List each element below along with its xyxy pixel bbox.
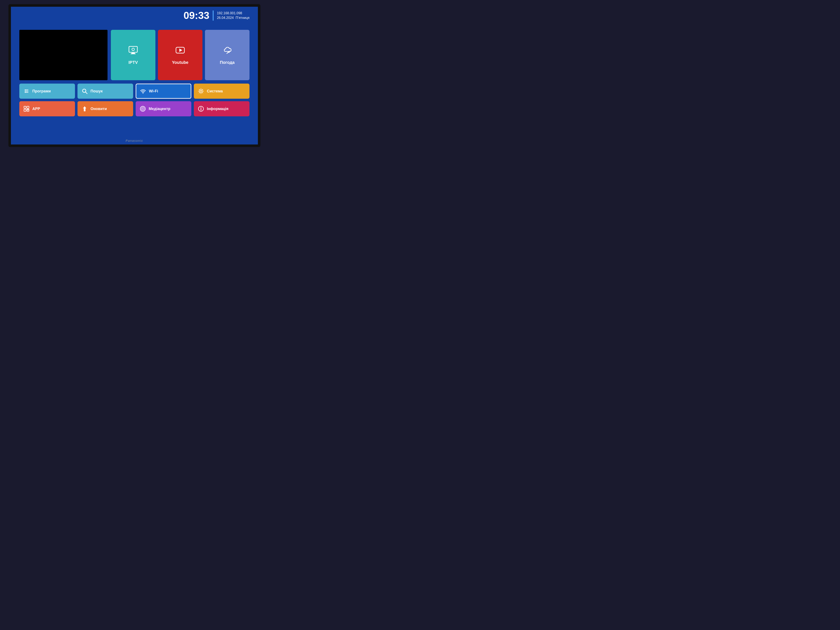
main-content: IPTV Youtube <box>19 30 249 80</box>
svg-rect-23 <box>84 108 85 111</box>
search-icon <box>81 88 88 95</box>
programs-label: Програми <box>32 89 51 93</box>
date-block: 192.168.001.098 26.04.2024 П'ятниця <box>213 11 249 21</box>
tile-search[interactable]: Пошук <box>77 84 133 99</box>
svg-point-15 <box>142 93 144 94</box>
clock: 09:33 <box>183 11 213 21</box>
tile-mediacenter[interactable]: Медіацентр <box>136 101 191 116</box>
tile-weather[interactable]: Погода <box>205 30 249 80</box>
wifi-icon <box>140 88 146 95</box>
svg-rect-0 <box>129 46 137 52</box>
svg-rect-1 <box>131 53 135 54</box>
ip-address: 192.168.001.098 <box>217 11 249 15</box>
svg-marker-24 <box>83 106 86 108</box>
svg-point-3 <box>132 48 134 51</box>
info-icon <box>197 106 204 112</box>
search-label: Пошук <box>90 89 103 93</box>
svg-point-27 <box>142 108 144 109</box>
video-preview <box>19 30 107 80</box>
tile-system[interactable]: Система <box>194 84 249 99</box>
screen: 09:33 192.168.001.098 26.04.2024 П'ятниц… <box>11 7 258 144</box>
svg-marker-5 <box>179 49 182 52</box>
iptv-icon <box>128 45 138 58</box>
brand-label: Panasonic <box>126 139 143 142</box>
svg-point-6 <box>229 52 230 53</box>
mediacenter-icon <box>139 106 146 112</box>
programs-icon <box>23 88 30 95</box>
date-info: 26.04.2024 П'ятниця <box>217 16 249 20</box>
svg-point-16 <box>200 90 202 92</box>
svg-point-12 <box>25 92 26 93</box>
wifi-label: Wi-Fi <box>149 89 158 93</box>
bottom-grid: Програми Пошук Wi-Fi <box>19 84 249 116</box>
weather-icon <box>222 45 232 58</box>
system-icon <box>197 88 204 95</box>
header: 09:33 192.168.001.098 26.04.2024 П'ятниц… <box>183 11 249 21</box>
svg-rect-19 <box>24 109 26 111</box>
tile-info[interactable]: Інформація <box>194 101 249 116</box>
tile-wifi[interactable]: Wi-Fi <box>136 84 191 99</box>
svg-rect-2 <box>131 54 136 54</box>
system-label: Система <box>207 89 223 93</box>
tile-iptv[interactable]: IPTV <box>111 30 155 80</box>
youtube-icon <box>175 45 185 58</box>
weather-label: Погода <box>220 60 235 65</box>
app-label: APP <box>32 107 40 111</box>
svg-rect-17 <box>24 106 26 108</box>
top-tiles: IPTV Youtube <box>111 30 249 80</box>
tv-frame: 09:33 192.168.001.098 26.04.2024 П'ятниц… <box>8 4 261 147</box>
tile-app[interactable]: APP <box>19 101 75 116</box>
update-label: Оновити <box>90 107 107 111</box>
svg-point-11 <box>25 91 26 92</box>
update-icon <box>81 106 88 112</box>
youtube-label: Youtube <box>172 60 189 65</box>
mediacenter-label: Медіацентр <box>149 107 170 111</box>
svg-point-30 <box>201 107 201 108</box>
tile-youtube[interactable]: Youtube <box>158 30 202 80</box>
app-icon <box>23 106 30 112</box>
info-label: Інформація <box>207 107 229 111</box>
tile-programs[interactable]: Програми <box>19 84 75 99</box>
tile-update[interactable]: Оновити <box>77 101 133 116</box>
svg-rect-18 <box>27 106 29 108</box>
iptv-label: IPTV <box>128 60 138 65</box>
svg-line-14 <box>85 92 87 94</box>
svg-point-10 <box>25 90 26 90</box>
